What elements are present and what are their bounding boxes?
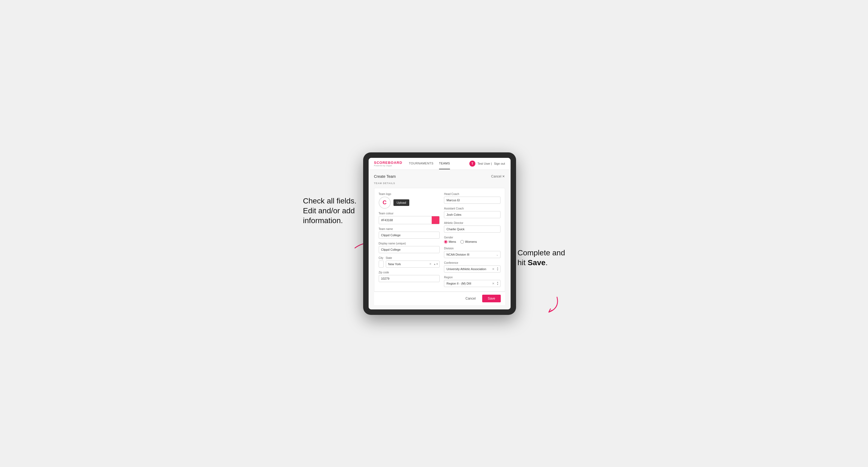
team-name-label: Team name — [379, 227, 440, 230]
conference-group: Conference University Athletic Associati… — [444, 261, 500, 273]
team-logo-group: Team logo C Upload — [379, 192, 440, 209]
conference-select-wrapper: University Athletic Association ✕ ▲▼ — [444, 266, 500, 273]
form-header: Create Team Cancel ✕ — [374, 174, 505, 179]
city-input[interactable] — [379, 260, 383, 268]
region-label: Region — [444, 276, 500, 279]
gender-label: Gender — [444, 236, 500, 239]
assistant-coach-label: Assistant Coach — [444, 207, 500, 210]
region-group: Region Region II - (M) DIII ✕ ▲▼ — [444, 276, 500, 287]
gender-mens-radio[interactable] — [444, 240, 447, 244]
conference-clear-button[interactable]: ✕ — [492, 267, 494, 271]
division-select-wrapper: NCAA Division III ⌄ — [444, 251, 500, 258]
team-name-input[interactable] — [379, 231, 440, 239]
footer-save-button[interactable]: Save — [482, 295, 500, 302]
head-coach-input[interactable] — [444, 197, 500, 204]
conference-label: Conference — [444, 261, 500, 264]
city-label: City — [379, 256, 383, 259]
gender-radio-group: Mens Womens — [444, 240, 500, 244]
nav-user-area: T Test User | Sign out — [469, 161, 505, 166]
region-select-wrapper: Region II - (M) DIII ✕ ▲▼ — [444, 280, 500, 287]
division-select[interactable]: NCAA Division III — [444, 251, 500, 258]
zip-input[interactable] — [379, 275, 440, 282]
app-logo: SCOREBOARD Powered by clippd — [374, 161, 402, 166]
user-name: Test User | — [477, 162, 492, 165]
athletic-director-label: Athletic Director — [444, 221, 500, 224]
cancel-x-button[interactable]: Cancel ✕ — [491, 175, 505, 178]
tab-tournaments[interactable]: TOURNAMENTS — [409, 158, 433, 169]
section-label: TEAM DETAILS — [374, 182, 505, 185]
footer-cancel-button[interactable]: Cancel — [461, 295, 480, 302]
display-name-input[interactable] — [379, 246, 440, 253]
form-body: Team logo C Upload Team colo — [374, 188, 505, 292]
state-arrows-icon: ▲▼ — [433, 263, 440, 266]
athletic-director-input[interactable] — [444, 225, 500, 233]
display-name-label: Display name (unique) — [379, 242, 440, 245]
team-colour-group: Team colour — [379, 212, 440, 224]
logo-sub: Powered by clippd — [374, 165, 402, 166]
form-footer: Cancel Save — [374, 292, 505, 305]
city-state-row: City State ✕ ▲▼ — [379, 256, 440, 268]
sign-out-link[interactable]: Sign out — [494, 162, 505, 165]
nav-tabs: TOURNAMENTS TEAMS — [409, 158, 469, 169]
head-coach-label: Head Coach — [444, 192, 500, 195]
zip-group: Zip code — [379, 271, 440, 282]
athletic-director-group: Athletic Director — [444, 221, 500, 233]
city-group: City — [379, 256, 383, 268]
division-label: Division — [444, 247, 500, 250]
gender-womens-radio[interactable] — [460, 240, 464, 244]
annotation-right: Complete and hit Save. — [518, 248, 565, 268]
annotation-left: Check all fields. Edit and/or add inform… — [303, 196, 356, 226]
team-name-group: Team name — [379, 227, 440, 239]
region-clear-button[interactable]: ✕ — [492, 282, 494, 285]
state-group: State ✕ ▲▼ — [386, 256, 440, 268]
color-swatch[interactable] — [432, 216, 439, 224]
arrow-right-icon — [540, 294, 562, 316]
form-title: Create Team — [374, 174, 396, 179]
tab-teams[interactable]: TEAMS — [439, 158, 450, 169]
gender-womens-option[interactable]: Womens — [460, 240, 477, 244]
state-clear-button[interactable]: ✕ — [428, 262, 433, 266]
assistant-coach-input[interactable] — [444, 211, 500, 218]
state-label: State — [386, 256, 440, 259]
gender-group: Gender Mens Womens — [444, 236, 500, 244]
color-input-wrapper — [379, 216, 440, 224]
head-coach-group: Head Coach — [444, 192, 500, 204]
logo-circle: C — [379, 197, 391, 209]
gender-mens-option[interactable]: Mens — [444, 240, 456, 244]
upload-button[interactable]: Upload — [394, 199, 409, 206]
state-input-wrapper: ✕ ▲▼ — [386, 260, 440, 268]
assistant-coach-group: Assistant Coach — [444, 207, 500, 218]
logo-text: SCOREBOARD — [374, 161, 402, 165]
color-text-input[interactable] — [379, 217, 432, 223]
user-avatar: T — [469, 161, 475, 166]
display-name-group: Display name (unique) — [379, 242, 440, 253]
logo-area: C Upload — [379, 197, 440, 209]
nav-bar: SCOREBOARD Powered by clippd TOURNAMENTS… — [369, 158, 510, 170]
team-colour-label: Team colour — [379, 212, 440, 215]
division-group: Division NCAA Division III ⌄ — [444, 247, 500, 258]
state-input[interactable] — [386, 261, 428, 268]
zip-label: Zip code — [379, 271, 440, 274]
team-logo-label: Team logo — [379, 192, 440, 195]
